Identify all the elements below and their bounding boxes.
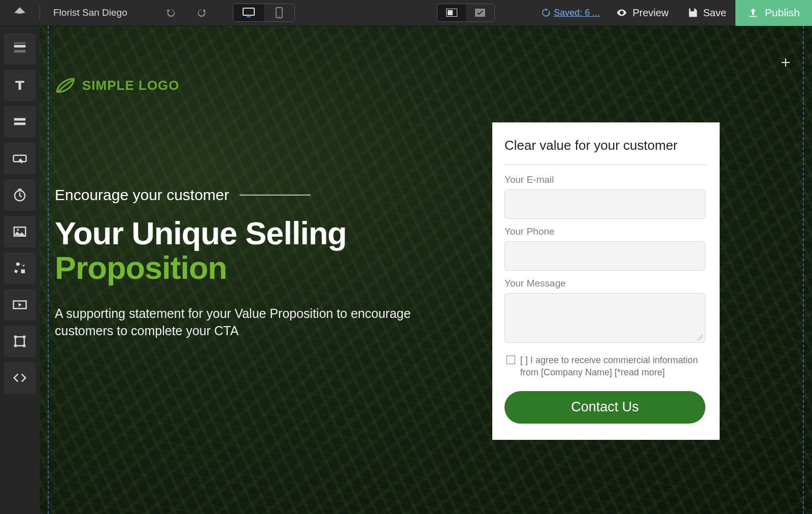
- editor-canvas[interactable]: SIMPLE LOGO Encourage your customer Your…: [40, 26, 812, 514]
- save-label: Save: [703, 7, 727, 19]
- message-label: Your Message: [504, 278, 707, 289]
- video-icon: [12, 297, 27, 312]
- undo-button[interactable]: [156, 5, 186, 21]
- image-icon: [12, 224, 27, 239]
- svg-rect-11: [14, 122, 26, 125]
- desktop-icon: [243, 8, 255, 18]
- device-switcher: [233, 4, 295, 22]
- video-tool[interactable]: [4, 289, 36, 320]
- page-logo[interactable]: SIMPLE LOGO: [55, 76, 180, 95]
- svg-rect-9: [14, 43, 26, 44]
- consent-text: [ ] I agree to receive commercial inform…: [520, 354, 705, 379]
- history-controls: [156, 5, 217, 21]
- svg-rect-7: [14, 45, 26, 48]
- divider: [504, 165, 707, 165]
- code-icon: [12, 370, 27, 385]
- icons-tool[interactable]: [4, 252, 36, 284]
- section-icon: [12, 41, 27, 56]
- layout-icon: [446, 9, 457, 17]
- message-field[interactable]: [504, 293, 705, 343]
- check-icon: [475, 9, 485, 17]
- mobile-icon: [276, 7, 283, 18]
- shape-icon: [12, 334, 27, 349]
- toggle-check-button[interactable]: [466, 4, 494, 21]
- svg-rect-8: [14, 50, 26, 53]
- saved-status-link[interactable]: Saved: 6 ...: [533, 8, 607, 18]
- eye-icon: [616, 7, 627, 18]
- device-desktop-button[interactable]: [233, 4, 264, 21]
- form-tool[interactable]: [4, 106, 36, 138]
- svg-rect-20: [23, 336, 25, 338]
- device-mobile-button[interactable]: [264, 4, 294, 21]
- toggle-layout-button[interactable]: [437, 4, 466, 21]
- headline-accent: Proposition: [55, 250, 227, 285]
- publish-label: Publish: [765, 7, 800, 19]
- button-tool[interactable]: [4, 143, 36, 174]
- guide-left: [48, 26, 49, 514]
- phone-field[interactable]: [504, 241, 705, 271]
- email-label: Your E-mail: [504, 174, 707, 185]
- headline-line1: Your Unique Selling: [55, 215, 347, 251]
- svg-rect-18: [15, 337, 24, 346]
- redo-icon: [196, 7, 207, 18]
- phone-label: Your Phone: [504, 226, 707, 237]
- top-toolbar: Florist San Diego Saved: 6 ... Preview: [0, 0, 812, 26]
- preview-button[interactable]: Preview: [607, 7, 678, 19]
- save-button[interactable]: Save: [678, 7, 736, 19]
- text-tool[interactable]: [4, 70, 36, 101]
- contact-submit-button[interactable]: Contact Us: [504, 391, 705, 424]
- eyebrow-row[interactable]: Encourage your customer: [55, 186, 311, 204]
- logo-text: SIMPLE LOGO: [82, 78, 180, 93]
- svg-rect-1: [247, 16, 251, 17]
- undo-icon: [165, 7, 177, 18]
- code-tool[interactable]: [4, 362, 36, 394]
- publish-button[interactable]: Publish: [735, 0, 812, 26]
- svg-point-3: [279, 16, 280, 17]
- form-icon: [12, 114, 27, 130]
- upload-icon: [748, 7, 759, 18]
- svg-rect-0: [243, 8, 254, 15]
- svg-rect-19: [14, 336, 17, 338]
- brand-mark-icon: [13, 6, 26, 19]
- headline[interactable]: Your Unique Selling Proposition: [55, 216, 441, 285]
- email-field[interactable]: [504, 189, 705, 219]
- view-toggle: [437, 4, 495, 22]
- timer-icon: [12, 187, 27, 203]
- image-tool[interactable]: [4, 216, 36, 247]
- redo-button[interactable]: [186, 5, 217, 21]
- app-logo[interactable]: [0, 0, 40, 25]
- svg-point-16: [17, 229, 19, 231]
- svg-rect-10: [14, 118, 26, 121]
- saved-label: Saved: 6 ...: [554, 8, 600, 18]
- preview-label: Preview: [632, 7, 668, 19]
- eyebrow-rule: [240, 195, 311, 196]
- contact-form-card[interactable]: Clear value for your customer Your E-mai…: [492, 122, 720, 440]
- guide-right: [803, 26, 804, 514]
- form-title[interactable]: Clear value for your customer: [504, 138, 707, 153]
- icons-icon: [12, 261, 27, 276]
- cta-label: Contact Us: [571, 399, 639, 415]
- shape-tool[interactable]: [4, 326, 36, 357]
- text-icon: [12, 78, 27, 93]
- svg-rect-21: [14, 344, 17, 347]
- subcopy[interactable]: A supporting statement for your Value Pr…: [55, 305, 430, 340]
- leaf-icon: [55, 76, 76, 95]
- history-icon: [540, 8, 551, 18]
- project-title[interactable]: Florist San Diego: [40, 7, 141, 18]
- section-tool[interactable]: [4, 33, 36, 65]
- save-icon: [687, 7, 698, 18]
- svg-rect-5: [448, 10, 453, 15]
- svg-rect-14: [18, 189, 22, 190]
- consent-checkbox[interactable]: [506, 356, 515, 364]
- add-element-button[interactable]: [777, 54, 794, 71]
- plus-icon: [780, 56, 792, 69]
- button-icon: [12, 151, 27, 166]
- consent-row[interactable]: [ ] I agree to receive commercial inform…: [504, 354, 707, 379]
- eyebrow-text: Encourage your customer: [55, 186, 229, 204]
- svg-rect-22: [23, 344, 25, 347]
- timer-tool[interactable]: [4, 179, 36, 211]
- left-tool-rail: [0, 26, 40, 514]
